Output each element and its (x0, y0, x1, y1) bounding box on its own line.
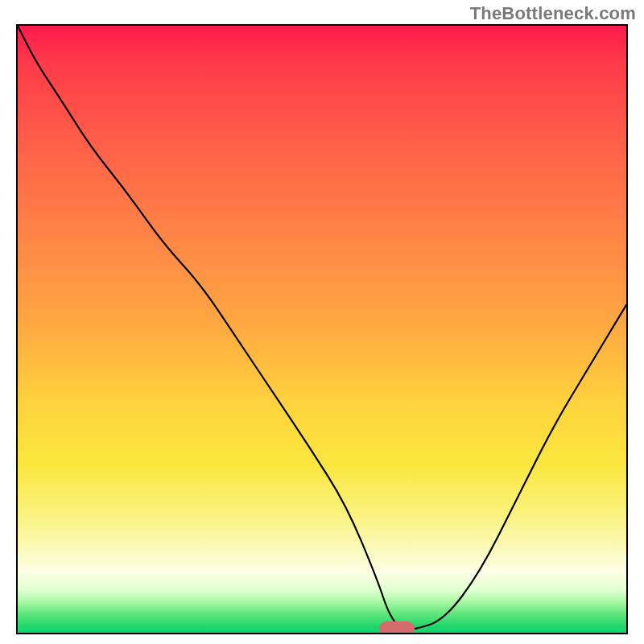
attribution-label: TheBottleneck.com (470, 3, 636, 24)
plot-area (16, 24, 628, 634)
bottleneck-curve (18, 26, 626, 633)
optimal-point-marker (379, 621, 415, 634)
chart-container: TheBottleneck.com (0, 0, 644, 644)
curve-path (18, 26, 626, 630)
